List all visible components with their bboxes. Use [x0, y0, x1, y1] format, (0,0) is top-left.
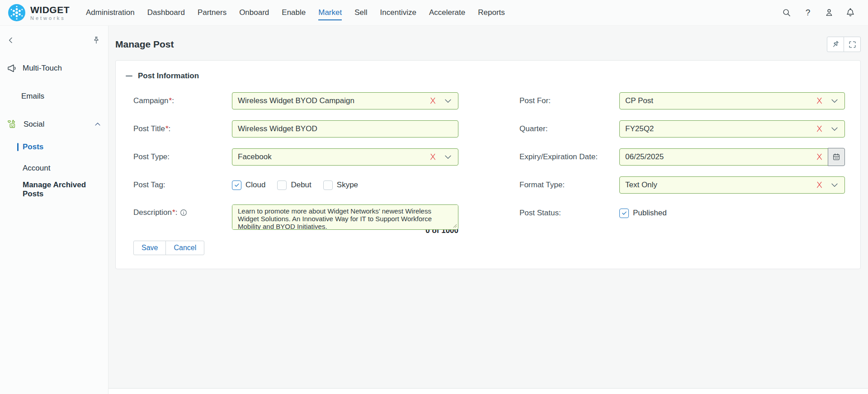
- footer-divider: [108, 388, 868, 394]
- sidebar-item-multi-touch[interactable]: Multi-Touch: [0, 60, 108, 76]
- sidebar-pin-icon[interactable]: [90, 34, 103, 47]
- checkbox-debut[interactable]: Debut: [277, 180, 311, 190]
- post-type-dropdown[interactable]: Facebook: [232, 148, 458, 166]
- info-icon[interactable]: [179, 209, 188, 217]
- post-title-label: Post Title: [133, 124, 232, 133]
- nav-dashboard[interactable]: Dashboard: [147, 5, 185, 20]
- campaign-label: Campaign: [133, 96, 232, 105]
- clear-icon[interactable]: [815, 96, 824, 106]
- sidebar-subitem-label: Manage Archived Posts: [23, 180, 108, 199]
- pin-page-button[interactable]: [827, 37, 844, 52]
- megaphone-icon: [6, 63, 17, 74]
- checkbox-label: Skype: [337, 180, 358, 190]
- checkbox-box: [323, 180, 333, 190]
- expiry-date-input[interactable]: 06/25/2025: [619, 148, 845, 166]
- widget-networks-logo-icon: [8, 4, 26, 22]
- clear-icon[interactable]: [815, 152, 824, 162]
- description-textarea[interactable]: Learn to promote more about Widget Netwo…: [232, 204, 458, 230]
- clear-icon[interactable]: [428, 152, 438, 162]
- post-for-label: Post For: [519, 96, 619, 105]
- social-engagement-icon: [6, 119, 18, 130]
- required-asterisk: [169, 96, 172, 105]
- sidebar-item-posts[interactable]: Posts: [0, 140, 108, 154]
- post-for-value: CP Post: [625, 96, 653, 105]
- top-bar: WIDGET Networks Administration Dashboard…: [0, 0, 868, 26]
- sidebar-item-label: Social: [24, 120, 88, 129]
- search-icon[interactable]: [781, 7, 793, 19]
- post-type-label: Post Type: [133, 152, 232, 161]
- brand-subname: Networks: [30, 16, 70, 21]
- checkbox-box: [277, 180, 287, 190]
- clear-icon[interactable]: [815, 124, 824, 134]
- collapse-dash-icon: [126, 76, 132, 76]
- checkbox-label: Debut: [291, 180, 311, 190]
- chevron-down-icon[interactable]: [443, 152, 453, 162]
- nav-enable[interactable]: Enable: [282, 5, 306, 20]
- chevron-up-icon[interactable]: [94, 120, 102, 128]
- notifications-bell-icon[interactable]: [844, 7, 856, 19]
- help-icon[interactable]: ?: [802, 7, 814, 19]
- fullscreen-icon[interactable]: [844, 37, 861, 52]
- post-status-label: Post Status: [519, 209, 619, 218]
- clear-icon[interactable]: [815, 180, 824, 190]
- section-title: Post Information: [138, 71, 199, 81]
- sidebar-collapse-chevron-left-icon[interactable]: [5, 34, 17, 47]
- checkbox-label: Published: [633, 209, 667, 218]
- sidebar-subitem-label: Posts: [23, 142, 43, 152]
- brand-name: WIDGET: [30, 5, 70, 14]
- required-asterisk: [172, 208, 175, 217]
- chevron-down-icon[interactable]: [830, 180, 840, 190]
- sidebar-item-label: Emails: [21, 92, 102, 101]
- expiry-date-label: Expiry/Expiration Date: [519, 152, 619, 161]
- format-type-dropdown[interactable]: Text Only: [619, 176, 845, 194]
- brand-logo[interactable]: WIDGET Networks: [0, 4, 86, 22]
- chevron-down-icon[interactable]: [443, 96, 453, 106]
- user-icon[interactable]: [823, 7, 835, 19]
- sidebar-item-social[interactable]: Social: [0, 116, 108, 133]
- nav-market[interactable]: Market: [318, 5, 342, 20]
- checkbox-skype[interactable]: Skype: [323, 180, 358, 190]
- chevron-down-icon[interactable]: [830, 96, 840, 106]
- section-collapse-toggle[interactable]: Post Information: [116, 61, 860, 81]
- format-type-label: Format Type: [519, 180, 619, 190]
- sidebar-item-emails[interactable]: Emails: [0, 88, 108, 104]
- nav-reports[interactable]: Reports: [478, 5, 505, 20]
- sidebar-subitem-label: Account: [23, 164, 50, 173]
- post-type-value: Facebook: [238, 152, 272, 161]
- nav-partners[interactable]: Partners: [198, 5, 226, 20]
- main-content: Manage Post Post Information Campaign: [108, 26, 868, 394]
- expiry-date-value: 06/25/2025: [625, 152, 664, 161]
- cancel-button[interactable]: Cancel: [165, 241, 204, 255]
- description-label: Description: [133, 204, 232, 217]
- quarter-dropdown[interactable]: FY25Q2: [619, 120, 845, 138]
- clear-icon[interactable]: [428, 96, 438, 106]
- post-title-input[interactable]: [232, 120, 458, 138]
- sidebar-item-account[interactable]: Account: [0, 161, 108, 175]
- campaign-dropdown[interactable]: Wireless Widget BYOD Campaign: [232, 92, 458, 109]
- main-navigation: Administration Dashboard Partners Onboar…: [86, 5, 505, 20]
- post-for-dropdown[interactable]: CP Post: [619, 92, 845, 109]
- quarter-label: Quarter: [519, 124, 619, 133]
- checkbox-label: Cloud: [245, 180, 265, 190]
- nav-onboard[interactable]: Onboard: [239, 5, 269, 20]
- checkbox-published[interactable]: Published: [619, 209, 667, 218]
- chevron-down-icon[interactable]: [830, 124, 840, 134]
- sidebar-item-label: Multi-Touch: [23, 64, 102, 73]
- save-button[interactable]: Save: [133, 241, 166, 255]
- nav-accelerate[interactable]: Accelerate: [429, 5, 465, 20]
- checkbox-cloud[interactable]: Cloud: [232, 180, 265, 190]
- calendar-icon[interactable]: [828, 148, 845, 166]
- page-title: Manage Post: [115, 39, 174, 50]
- nav-incentivize[interactable]: Incentivize: [380, 5, 416, 20]
- quarter-value: FY25Q2: [625, 124, 654, 133]
- sidebar: Multi-Touch Emails Social Posts: [0, 26, 108, 394]
- nav-sell[interactable]: Sell: [354, 5, 367, 20]
- checkbox-check-icon: [619, 209, 629, 218]
- post-information-card: Post Information Campaign Wireless Widge…: [115, 60, 861, 269]
- campaign-value: Wireless Widget BYOD Campaign: [238, 96, 354, 105]
- nav-administration[interactable]: Administration: [86, 5, 135, 20]
- sidebar-item-manage-archived-posts[interactable]: Manage Archived Posts: [0, 183, 108, 196]
- checkbox-check-icon: [232, 180, 241, 190]
- post-tag-label: Post Tag: [133, 180, 232, 190]
- required-asterisk: [165, 124, 169, 133]
